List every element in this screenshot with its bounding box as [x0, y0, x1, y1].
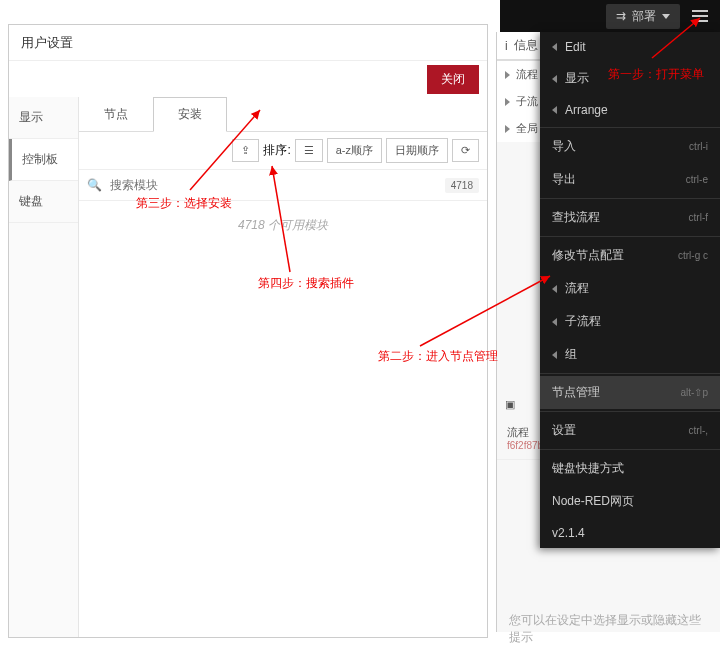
- menu-subflows[interactable]: 子流程: [540, 305, 720, 338]
- shortcut: ctrl-g c: [678, 250, 708, 261]
- hint-box: 您可以在设定中选择显示或隐藏这些提示 激活 Windows 转到"设置"以激活 …: [497, 600, 720, 654]
- tab-install[interactable]: 安装: [153, 97, 227, 132]
- shortcut: ctrl-e: [686, 174, 708, 185]
- row-label: 全局: [516, 121, 538, 136]
- menu-arrange[interactable]: Arrange: [540, 95, 720, 125]
- menu-label: 导入: [552, 138, 576, 155]
- book-icon: ▣: [505, 398, 515, 411]
- menu-find-flow[interactable]: 查找流程ctrl-f: [540, 201, 720, 234]
- chevron-left-icon: [552, 318, 557, 326]
- menu-label: 键盘快捷方式: [552, 460, 624, 477]
- chevron-left-icon: [552, 75, 557, 83]
- list-icon: ☰: [304, 144, 314, 157]
- search-row: 🔍 4718: [79, 170, 487, 201]
- chevron-icon: [505, 125, 510, 133]
- menu-label: 导出: [552, 171, 576, 188]
- menu-label: 修改节点配置: [552, 247, 624, 264]
- close-button[interactable]: 关闭: [427, 65, 479, 94]
- menu-label: 设置: [552, 422, 576, 439]
- menu-settings[interactable]: 设置ctrl-,: [540, 414, 720, 447]
- caret-down-icon: [662, 14, 670, 19]
- menu-display[interactable]: 显示: [540, 62, 720, 95]
- sort-row: ⇪ 排序: ☰ a-z顺序 日期顺序 ⟳: [79, 132, 487, 170]
- deploy-button[interactable]: ⇉ 部署: [606, 4, 680, 29]
- row-label: 流程: [516, 67, 538, 82]
- left-tab-display[interactable]: 显示: [9, 97, 78, 139]
- left-tab-palette[interactable]: 控制板: [9, 139, 78, 181]
- refresh-icon: ⟳: [461, 144, 470, 157]
- left-tab-keyboard[interactable]: 键盘: [9, 181, 78, 223]
- deploy-icon: ⇉: [616, 9, 626, 23]
- hint-text: 您可以在设定中选择显示或隐藏这些提示: [509, 612, 708, 646]
- left-tabs: 显示 控制板 键盘: [9, 97, 79, 637]
- search-icon: 🔍: [87, 178, 102, 192]
- menu-label: 子流程: [565, 313, 601, 330]
- chevron-left-icon: [552, 106, 557, 114]
- sort-az-button[interactable]: a-z顺序: [327, 138, 382, 163]
- menu-label: 显示: [565, 70, 589, 87]
- row-label: 子流: [516, 94, 538, 109]
- shortcut: ctrl-i: [689, 141, 708, 152]
- menu-flows[interactable]: 流程: [540, 272, 720, 305]
- user-settings-dialog: 用户设置 关闭 显示 控制板 键盘 节点 安装 ⇪ 排序: ☰ a-z顺序 日期…: [8, 24, 488, 638]
- result-info: 4718 个可用模块: [79, 201, 487, 250]
- sort-label: 排序:: [263, 142, 290, 159]
- topbar: ⇉ 部署: [500, 0, 720, 32]
- menu-import[interactable]: 导入ctrl-i: [540, 130, 720, 163]
- chevron-icon: [505, 71, 510, 79]
- result-count: 4718: [445, 178, 479, 193]
- menu-website[interactable]: Node-RED网页: [540, 485, 720, 518]
- menu-manage-palette[interactable]: 节点管理alt-⇧p: [540, 376, 720, 409]
- menu-groups[interactable]: 组: [540, 338, 720, 371]
- menu-label: 组: [565, 346, 577, 363]
- menu-label: 查找流程: [552, 209, 600, 226]
- menu-label: Edit: [565, 40, 586, 54]
- deploy-label: 部署: [632, 8, 656, 25]
- menu-edit[interactable]: Edit: [540, 32, 720, 62]
- menu-label: 流程: [565, 280, 589, 297]
- shortcut: ctrl-,: [689, 425, 708, 436]
- refresh-button[interactable]: ⟳: [452, 139, 479, 162]
- info-icon: i: [505, 39, 508, 53]
- chevron-left-icon: [552, 351, 557, 359]
- dialog-title: 用户设置: [9, 25, 487, 61]
- sort-date-button[interactable]: 日期顺序: [386, 138, 448, 163]
- chevron-left-icon: [552, 43, 557, 51]
- hamburger-icon[interactable]: [688, 6, 712, 26]
- shortcut: alt-⇧p: [681, 387, 708, 398]
- upload-button[interactable]: ⇪: [232, 139, 259, 162]
- top-tabs: 节点 安装: [79, 97, 487, 132]
- sidebar-title: 信息: [514, 37, 538, 54]
- upload-icon: ⇪: [241, 144, 250, 157]
- menu-shortcuts[interactable]: 键盘快捷方式: [540, 452, 720, 485]
- tab-nodes[interactable]: 节点: [79, 97, 153, 131]
- shortcut: ctrl-f: [689, 212, 708, 223]
- menu-label: Arrange: [565, 103, 608, 117]
- menu-label: v2.1.4: [552, 526, 585, 540]
- chevron-icon: [505, 98, 510, 106]
- menu-export[interactable]: 导出ctrl-e: [540, 163, 720, 196]
- menu-config-nodes[interactable]: 修改节点配置ctrl-g c: [540, 239, 720, 272]
- menu-label: Node-RED网页: [552, 493, 634, 510]
- main-menu: Edit 显示 Arrange 导入ctrl-i 导出ctrl-e 查找流程ct…: [540, 32, 720, 548]
- chevron-left-icon: [552, 285, 557, 293]
- menu-label: 节点管理: [552, 384, 600, 401]
- search-input[interactable]: [106, 174, 445, 196]
- sort-list-button[interactable]: ☰: [295, 139, 323, 162]
- menu-version: v2.1.4: [540, 518, 720, 548]
